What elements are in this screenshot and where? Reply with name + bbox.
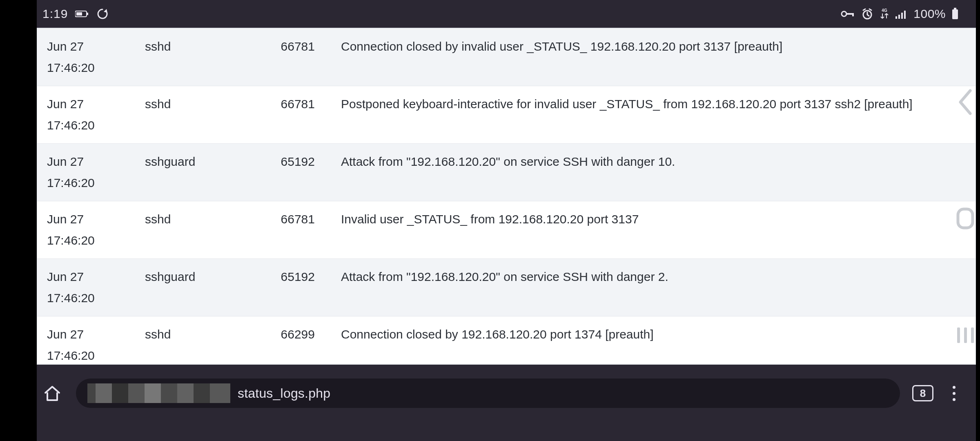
svg-rect-1: [87, 13, 88, 15]
browser-menu-button[interactable]: [946, 386, 962, 401]
tabs-button[interactable]: 8: [912, 385, 933, 401]
browser-home-button[interactable]: [41, 384, 64, 403]
status-time: 1:19: [42, 7, 68, 21]
log-time: Jun 27 17:46:20: [37, 316, 135, 365]
browser-bottom-bar: status_logs.php 8: [37, 365, 976, 441]
android-recents-button[interactable]: [953, 323, 978, 347]
log-time: Jun 27 17:46:20: [37, 201, 135, 259]
android-home-button[interactable]: [953, 204, 978, 233]
log-message: Postponed keyboard-interactive for inval…: [331, 86, 976, 144]
svg-rect-10: [901, 13, 903, 19]
data-transfer-icon: 4G: [879, 8, 890, 20]
log-pid: 66781: [237, 29, 331, 86]
log-process: sshd: [135, 316, 237, 365]
table-row[interactable]: Jun 27 17:46:20sshd66781Invalid user _ST…: [37, 201, 976, 259]
svg-point-3: [842, 11, 846, 16]
log-message: Connection closed by invalid user _STATU…: [331, 29, 976, 86]
table-row[interactable]: Jun 27 17:46:20sshd66781Connection close…: [37, 29, 976, 86]
svg-rect-15: [957, 327, 960, 343]
svg-rect-14: [958, 209, 973, 228]
svg-rect-13: [954, 8, 956, 9]
table-row[interactable]: Jun 27 17:46:20sshd66299Connection close…: [37, 316, 976, 365]
address-bar[interactable]: status_logs.php: [76, 379, 900, 408]
battery-saver-icon: [75, 10, 89, 18]
log-time: Jun 27 17:46:20: [37, 29, 135, 86]
log-pid: 65192: [237, 144, 331, 201]
svg-rect-9: [898, 15, 900, 19]
svg-rect-12: [952, 9, 958, 19]
log-pid: 66781: [237, 201, 331, 259]
log-time: Jun 27 17:46:20: [37, 86, 135, 144]
svg-rect-16: [964, 327, 967, 343]
battery-icon: [951, 8, 959, 20]
redacted-hostname: [87, 383, 230, 403]
log-process: sshguard: [135, 259, 237, 316]
android-status-bar: 1:19 4G 100%: [37, 0, 976, 28]
svg-rect-5: [852, 13, 854, 16]
log-message: Invalid user _STATUS_ from 192.168.120.2…: [331, 201, 976, 259]
svg-rect-2: [76, 12, 82, 16]
log-time: Jun 27 17:46:20: [37, 259, 135, 316]
address-bar-url: status_logs.php: [238, 386, 330, 401]
log-message: Connection closed by 192.168.120.20 port…: [331, 316, 976, 365]
log-pid: 66299: [237, 316, 331, 365]
table-row[interactable]: Jun 27 17:46:20sshguard65192Attack from …: [37, 259, 976, 316]
log-process: sshguard: [135, 144, 237, 201]
log-process: sshd: [135, 86, 237, 144]
log-table: Jun 27 17:46:20sshd66781Connection close…: [37, 28, 976, 365]
log-pid: 65192: [237, 259, 331, 316]
log-pid: 66781: [237, 86, 331, 144]
alarm-icon: [861, 8, 873, 20]
log-time: Jun 27 17:46:20: [37, 144, 135, 201]
table-row[interactable]: Jun 27 17:46:20sshguard65192Attack from …: [37, 144, 976, 201]
svg-rect-17: [971, 327, 974, 343]
sync-icon: [96, 8, 109, 20]
tabs-count: 8: [920, 387, 926, 400]
svg-text:4G: 4G: [882, 8, 888, 13]
table-row[interactable]: Jun 27 17:46:20sshd66781Postponed keyboa…: [37, 86, 976, 144]
svg-rect-11: [904, 11, 906, 19]
log-message: Attack from "192.168.120.20" on service …: [331, 144, 976, 201]
log-message: Attack from "192.168.120.20" on service …: [331, 259, 976, 316]
android-back-button[interactable]: [953, 86, 978, 118]
battery-percent: 100%: [913, 7, 946, 21]
log-viewer[interactable]: Jun 27 17:46:20sshd66781Connection close…: [37, 28, 976, 365]
signal-icon: [895, 9, 908, 19]
log-process: sshd: [135, 29, 237, 86]
svg-rect-8: [895, 16, 897, 19]
log-process: sshd: [135, 201, 237, 259]
vpn-key-icon: [841, 10, 855, 18]
